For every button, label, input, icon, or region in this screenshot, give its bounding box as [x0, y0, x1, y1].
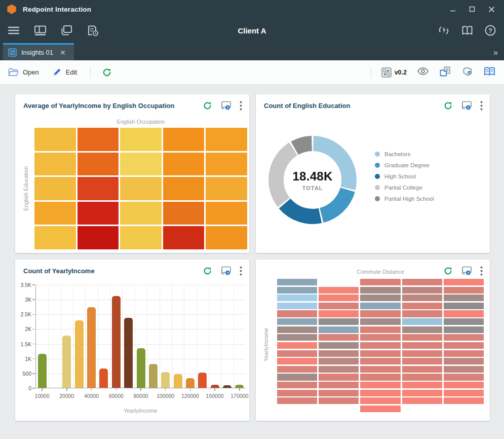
heatmap-cell[interactable]	[163, 153, 205, 176]
bar-90000[interactable]	[149, 364, 158, 388]
heatmap-cell[interactable]	[277, 295, 317, 301]
bar-30000[interactable]	[75, 320, 84, 388]
heatmap-cell[interactable]	[319, 326, 359, 333]
heatmap-cell[interactable]	[34, 202, 76, 225]
close-icon[interactable]	[484, 3, 499, 15]
heatmap-cell[interactable]	[206, 177, 247, 200]
data-source-icon[interactable]	[220, 266, 231, 276]
heatmap-cell[interactable]	[277, 342, 317, 349]
heatmap-cell[interactable]	[120, 226, 162, 249]
heatmap-cell[interactable]	[319, 350, 359, 357]
heatmap-cell[interactable]	[402, 366, 442, 373]
copy-pages-icon[interactable]	[60, 24, 73, 37]
heatmap-cell[interactable]	[77, 202, 119, 225]
heatmap-cell[interactable]	[402, 342, 442, 349]
heatmap-cell[interactable]	[319, 310, 359, 317]
heatmap-cell[interactable]	[277, 318, 317, 325]
heatmap-cell[interactable]	[277, 390, 317, 396]
dashboard-layout-icon[interactable]	[33, 24, 47, 37]
open-book-icon[interactable]	[483, 66, 496, 79]
minimize-icon[interactable]	[445, 3, 460, 15]
kebab-menu-icon[interactable]	[480, 266, 483, 276]
heatmap-cell[interactable]	[319, 390, 359, 396]
heatmap-cell[interactable]	[277, 366, 317, 373]
heatmap-cell[interactable]	[360, 366, 400, 373]
heatmap-cell[interactable]	[402, 374, 442, 380]
heatmap-cell[interactable]	[360, 310, 400, 317]
bar-70000[interactable]	[124, 318, 133, 388]
heatmap-cell[interactable]	[206, 128, 247, 151]
heatmap-cell[interactable]	[34, 128, 76, 151]
legend-item[interactable]: Bachelors	[375, 151, 434, 157]
tab-overflow-icon[interactable]: »	[493, 48, 498, 57]
heatmap-cell[interactable]	[402, 334, 442, 341]
heatmap-cell[interactable]	[402, 287, 442, 294]
heatmap-cell[interactable]	[34, 153, 76, 176]
heatmap-cell[interactable]	[34, 226, 76, 249]
heatmap-cell[interactable]	[277, 287, 317, 294]
help-icon[interactable]: ?	[484, 24, 497, 37]
heatmap-cell[interactable]	[360, 318, 400, 325]
legend-item[interactable]: Graduate Degree	[375, 162, 434, 168]
bar-170000[interactable]	[235, 385, 244, 388]
heatmap-cell[interactable]	[277, 382, 317, 388]
heatmap-cell[interactable]	[360, 397, 400, 404]
tab-insights-01[interactable]: Insights 01 ✕	[3, 43, 74, 60]
heatmap-cell[interactable]	[319, 303, 359, 309]
heatmap-cell[interactable]	[206, 153, 247, 176]
heatmap-cell[interactable]	[360, 382, 400, 388]
heatmap-cell[interactable]	[120, 153, 162, 176]
heatmap-cell[interactable]	[444, 397, 484, 404]
data-source-icon[interactable]	[220, 101, 231, 111]
refresh-icon[interactable]	[443, 101, 453, 111]
heatmap-cell[interactable]	[360, 374, 400, 380]
heatmap-cell[interactable]	[444, 279, 484, 285]
heatmap-cell[interactable]	[319, 318, 359, 325]
heatmap-cell[interactable]	[77, 153, 119, 176]
data-source-icon[interactable]	[461, 101, 472, 111]
heatmap-cell[interactable]	[319, 358, 359, 364]
bar-80000[interactable]	[137, 348, 145, 388]
heatmap-cell[interactable]	[444, 303, 484, 309]
refresh-icon[interactable]	[203, 101, 212, 111]
heatmap-cell[interactable]	[277, 303, 317, 309]
tab-close-icon[interactable]: ✕	[60, 49, 66, 57]
bar-60000[interactable]	[112, 296, 121, 388]
heatmap-cell[interactable]	[444, 310, 484, 317]
heatmap-cell[interactable]	[360, 279, 400, 285]
heatmap-cell[interactable]	[360, 287, 400, 294]
heatmap-cell[interactable]	[402, 318, 442, 325]
heatmap-cell[interactable]	[319, 334, 359, 341]
open-button[interactable]: Open	[8, 68, 39, 77]
heatmap-cell[interactable]	[360, 358, 400, 364]
heatmap-cell[interactable]	[444, 382, 484, 388]
heatmap-cell[interactable]	[120, 202, 162, 225]
heatmap-cell[interactable]	[444, 318, 484, 325]
bar-50000[interactable]	[99, 369, 108, 388]
heatmap-cell[interactable]	[360, 295, 400, 301]
refresh-button[interactable]	[102, 67, 112, 78]
heatmap-cell[interactable]	[402, 310, 442, 317]
heatmap-cell[interactable]	[360, 326, 400, 333]
heatmap-cell[interactable]	[402, 382, 442, 388]
kebab-menu-icon[interactable]	[240, 266, 242, 276]
data-source-icon[interactable]	[461, 266, 472, 276]
heatmap-cell[interactable]	[402, 279, 442, 285]
legend-item[interactable]: Partial High School	[375, 196, 434, 202]
kebab-menu-icon[interactable]	[480, 101, 483, 111]
heatmap-cell[interactable]	[163, 202, 205, 225]
heatmap-cell[interactable]	[277, 279, 317, 285]
heatmap-cell[interactable]	[360, 406, 400, 412]
heatmap-cell[interactable]	[34, 177, 76, 200]
heatmap-cell[interactable]	[277, 310, 317, 317]
heatmap-cell[interactable]	[444, 287, 484, 294]
heatmap-cell[interactable]	[402, 390, 442, 396]
maximize-icon[interactable]	[464, 3, 480, 15]
heatmap-cell[interactable]	[120, 128, 162, 151]
heatmap-cell[interactable]	[402, 326, 442, 333]
tag-icon[interactable]: db	[461, 66, 473, 79]
legend-item[interactable]: Partial College	[375, 185, 434, 191]
heatmap-cell[interactable]	[402, 295, 442, 301]
preview-eye-icon[interactable]	[417, 67, 429, 78]
heatmap-cell[interactable]	[319, 342, 359, 349]
